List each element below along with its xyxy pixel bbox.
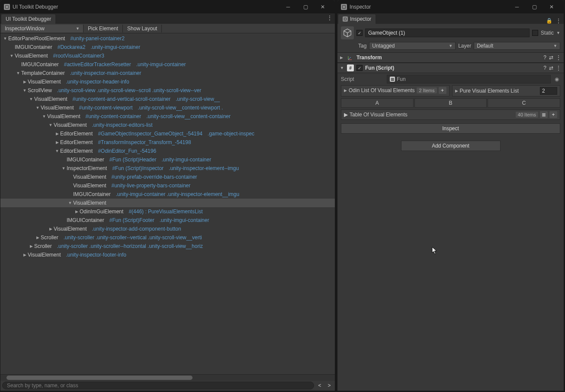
tree-row[interactable]: ▶Scroller.unity-scroller .unity-scroller… [0,233,335,242]
foldout-icon[interactable]: ▼ [48,121,54,129]
pick-element-button[interactable]: Pick Element [83,25,123,32]
foldout-icon[interactable]: ▶ [22,251,28,259]
preset-icon[interactable]: ⇄ [549,65,553,71]
foldout-icon[interactable]: ▼ [22,86,28,95]
gameobject-name-field[interactable]: GameObject (1) [365,29,530,37]
active-checkbox[interactable]: ✓ [356,30,363,36]
enabled-checkbox[interactable]: ✓ [356,65,363,71]
element-type: OdinImGuiElement [80,207,123,216]
tree-row[interactable]: ▼VisualElement#unity-content-viewport.un… [0,103,335,112]
tree-row[interactable]: ▶VisualElement.unity-inspector-header-in… [0,77,335,86]
foldout-icon[interactable]: ▼ [340,66,344,70]
foldout-icon[interactable]: ▼ [41,112,47,121]
tree-row[interactable]: ▶VisualElement.unity-inspector-footer-in… [0,251,335,259]
tree-row[interactable]: ▶VisualElement.unity-inspector-add-compo… [0,225,335,233]
tree-row[interactable]: ▶EditorElement#GameObjectInspector_GameO… [0,129,335,138]
help-icon[interactable]: ? [543,65,546,71]
static-checkbox[interactable] [532,30,538,36]
tree-row[interactable]: IMGUIContainer.unity-imgui-container .un… [0,190,335,199]
col-a[interactable]: A [341,98,414,108]
foldout-icon[interactable]: ▼ [61,164,67,173]
preset-icon[interactable]: ⇄ [549,55,553,61]
tree-row[interactable]: ▶Scroller.unity-scroller .unity-scroller… [0,242,335,251]
tab-ui-toolkit-debugger[interactable]: UI Toolkit Debugger [1,14,55,24]
foldout-icon[interactable]: ▼ [2,34,8,43]
foldout-icon[interactable]: ▶ [344,112,348,118]
layer-dropdown[interactable]: Default▼ [474,42,560,50]
scrollbar-thumb[interactable] [6,376,193,380]
tree-row[interactable]: VisualElement#unity-prefab-override-bars… [0,173,335,181]
add-component-button[interactable]: Add Component [401,141,501,151]
panel-dropdown[interactable]: InspectorWindow ▼ [1,25,83,32]
inspect-button[interactable]: Inspect [341,123,560,134]
add-item-button[interactable]: + [549,111,557,118]
element-tree[interactable]: ▼EditorPanelRootElement#unity-panel-cont… [0,33,335,260]
search-input[interactable]: Search by type, name, or class [2,382,314,389]
tag-dropdown[interactable]: Untagged▼ [369,42,456,50]
tree-row[interactable]: ▼VisualElement#rootVisualContainer3 [0,51,335,60]
tab-options-icon[interactable]: ⋮ [327,15,332,21]
tree-row[interactable]: ▶EditorElement#TransformInspector_Transf… [0,138,335,147]
foldout-icon[interactable]: ▼ [54,147,60,155]
col-c[interactable]: C [488,98,560,108]
tree-row[interactable]: IMGUIContainer#Fun (Script)Footer.unity-… [0,216,335,225]
close-button[interactable]: ✕ [314,2,331,12]
prev-match-button[interactable]: < [316,382,324,389]
foldout-icon[interactable]: ▶ [22,77,28,86]
tree-row[interactable]: IMGUIContainer#Dockarea2.unity-imgui-con… [0,43,335,51]
tab-options-icon[interactable]: ⋮ [556,18,561,24]
tree-row[interactable]: ▼TemplateContainer.unity-inspector-main-… [0,69,335,77]
script-field[interactable]: ▦ Fun [387,75,551,84]
foldout-icon[interactable]: ▶ [54,129,60,138]
foldout-icon[interactable]: ▼ [35,103,41,112]
minimize-button[interactable]: ─ [508,2,526,12]
next-match-button[interactable]: > [325,382,333,389]
minimize-button[interactable]: ─ [279,2,297,12]
help-icon[interactable]: ? [543,55,546,61]
foldout-icon[interactable]: ▶ [344,88,347,93]
tab-inspector[interactable]: Inspector [338,14,376,24]
tree-row[interactable]: ▼EditorPanelRootElement#unity-panel-cont… [0,34,335,43]
foldout-icon[interactable]: ▼ [15,69,21,77]
foldout-icon[interactable]: ▼ [28,95,34,103]
tree-row[interactable]: IMGUIContainer#activeEditorTrackerResett… [0,60,335,69]
col-b[interactable]: B [414,98,487,108]
foldout-icon[interactable]: ▶ [455,89,458,93]
fun-component-header[interactable]: ▼ # ✓ Fun (Script) ? ⇄ ⋮ [337,63,564,73]
script-asset-icon: ▦ [390,77,395,82]
close-button[interactable]: ✕ [543,2,560,12]
tree-row[interactable]: ▼VisualElement#unity-content-and-vertica… [0,95,335,103]
transform-component-header[interactable]: ▶ Transform ? ⇄ ⋮ [337,52,564,63]
tree-row[interactable]: ▼EditorElement#OdinEditor_Fun_-54196 [0,147,335,155]
show-layout-button[interactable]: Show Layout [123,25,162,32]
foldout-icon[interactable]: ▶ [48,225,54,233]
foldout-icon[interactable]: ▼ [67,199,73,207]
tree-row[interactable]: ▼VisualElement#unity-content-container.u… [0,112,335,121]
foldout-icon[interactable]: ▶ [340,55,344,60]
foldout-icon[interactable]: ▶ [28,242,34,251]
tree-row[interactable]: ▼VisualElement [0,199,335,207]
pure-list-count-field[interactable]: 2 [540,87,557,95]
foldout-icon[interactable]: ▶ [74,207,80,216]
foldout-icon[interactable]: ▶ [54,138,60,147]
menu-icon[interactable]: ⋮ [556,55,561,61]
tree-row[interactable]: ▶OdinImGuiElement#(446) : PureVisualElem… [0,207,335,216]
element-classes: .unity-inspector-main-container [70,69,141,77]
lock-icon[interactable]: 🔒 [546,18,552,24]
foldout-icon[interactable]: ▶ [35,233,41,242]
object-picker-icon[interactable]: ◉ [553,76,560,82]
tree-row[interactable]: VisualElement#unity-live-property-bars-c… [0,181,335,190]
horizontal-scrollbar[interactable] [0,375,335,381]
tree-row[interactable]: ▼ScrollView.unity-scroll-view .unity-scr… [0,86,335,95]
gameobject-icon[interactable] [341,26,354,39]
tree-row[interactable]: ▼InspectorElement#Fun (Script)Inspector.… [0,164,335,173]
menu-icon[interactable]: ⋮ [556,65,561,71]
tree-row[interactable]: IMGUIContainer#Fun (Script)Header.unity-… [0,155,335,164]
chevron-down-icon[interactable]: ▼ [556,31,560,35]
add-item-button[interactable]: + [439,87,446,94]
foldout-icon[interactable]: ▼ [9,51,15,60]
tree-row[interactable]: ▼VisualElement.unity-inspector-editors-l… [0,121,335,129]
maximize-button[interactable]: ▢ [526,2,543,12]
maximize-button[interactable]: ▢ [297,2,314,12]
list-view-button[interactable]: ≣ [540,111,548,118]
